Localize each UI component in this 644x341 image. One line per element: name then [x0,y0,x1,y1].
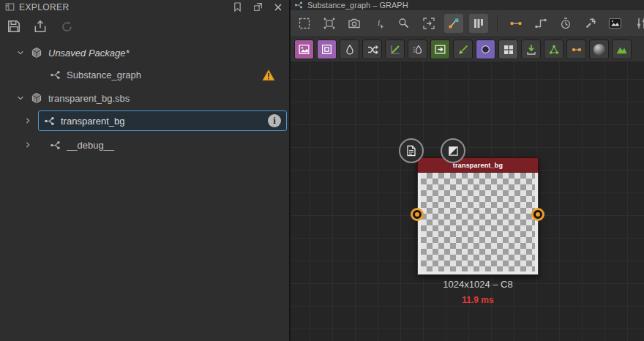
tree-item-label: __debug__ [67,140,114,151]
node-compute-time-label: 11.9 ms [417,295,539,305]
screenshot-icon[interactable] [345,14,364,33]
explorer-title: EXPLORER [19,2,222,12]
gradient-map-node-icon[interactable] [521,40,541,59]
info-badge[interactable]: i [268,114,281,127]
tree-item-transparent-bg[interactable]: transparent_bg i [0,110,289,132]
display-filter-icon[interactable] [469,14,488,33]
sphere-gradient [594,44,605,56]
vector-pen-node-icon[interactable] [453,40,473,59]
warning-icon [262,69,275,81]
graph-toolbar: i [291,10,644,37]
tools-icon[interactable] [581,14,600,33]
tree-item-label: Unsaved Package* [48,48,130,59]
graph-icon [44,116,55,127]
close-icon[interactable] [273,2,283,12]
import-package-button[interactable] [32,18,48,34]
package-icon [31,92,42,104]
package-icon [31,47,42,59]
tree-item-transparent-bg-sbs[interactable]: transparent_bg.sbs [0,88,289,108]
node-display-toggle-button[interactable] [441,138,465,163]
node-size-label: 1024x1024 – C8 [417,279,539,290]
graph-header: Substance_graph – GRAPH [291,0,644,10]
chevron-right-icon[interactable] [23,141,32,149]
shape-node-icon[interactable] [476,40,495,59]
tree-item-label: transparent_bg [61,116,124,127]
explorer-panel: EXPLORER Unsaved Package* [0,0,289,341]
chevron-down-icon[interactable] [16,94,25,102]
directional-blur-node-icon[interactable] [408,40,427,59]
bitmap-node-icon[interactable] [294,40,314,59]
transform-icon[interactable] [320,14,339,33]
selected-tree-item[interactable]: transparent_bg i [38,110,287,131]
graph-title: Substance_graph – GRAPH [307,1,408,10]
preview-output-icon[interactable] [606,14,625,33]
zoom-icon[interactable] [394,14,413,33]
timing-icon[interactable] [556,14,575,33]
graph-tab-icon [294,1,303,10]
marquee-select-icon[interactable] [295,14,314,33]
node-thumbnail-frame [417,173,539,275]
node-output-connector[interactable] [531,208,544,221]
panel-layout-icon [4,2,15,12]
chevron-down-icon[interactable] [16,49,25,56]
tree-item-unsaved-package[interactable]: Unsaved Package* [0,42,289,63]
reload-button[interactable] [59,18,75,34]
sphere-node-icon[interactable] [589,40,609,59]
blur-node-icon[interactable] [340,40,359,59]
svg-node-icon[interactable] [317,40,337,59]
transform-2d-node-icon[interactable] [430,40,450,59]
tree-item-label: Substance_graph [67,70,141,80]
graph-icon [50,70,61,80]
switch-node-icon[interactable] [362,40,382,59]
explorer-toolbar [6,16,75,37]
elbow-links-icon[interactable] [531,14,550,33]
curve-node-icon[interactable] [385,40,405,59]
transparency-checker-thumbnail [421,173,535,271]
slider-partial-icon[interactable] [632,14,644,33]
tree-item-debug[interactable]: __debug__ [0,135,289,155]
tree-item-label: transparent_bg.sbs [48,93,130,104]
graph-canvas[interactable]: transparent_bg 1024x1024 – C8 11.9 ms [291,61,644,341]
node-input-connector[interactable] [411,208,424,221]
fit-view-icon[interactable] [419,14,438,33]
toolbar-separator [497,15,498,31]
dual-output-node-icon[interactable] [566,40,586,59]
svg-text:i: i [378,18,380,28]
fx-map-node-icon[interactable] [544,40,564,59]
node-library-toolbar [291,37,644,61]
graph-node-transparent-bg[interactable]: transparent_bg [417,157,539,275]
node-header[interactable]: transparent_bg [417,157,539,173]
pick-info-icon[interactable]: i [370,14,389,33]
height-node-icon[interactable] [612,40,632,59]
save-button[interactable] [6,18,22,34]
explorer-header: EXPLORER [0,0,289,13]
chevron-right-icon[interactable] [23,117,32,124]
straight-links-icon[interactable] [506,14,525,33]
graph-panel: Substance_graph – GRAPH i [291,0,644,341]
float-panel-icon[interactable] [252,2,263,12]
tree-item-substance-graph[interactable]: Substance_graph [0,64,289,85]
bookmark-icon[interactable] [232,2,242,12]
link-mode-icon[interactable] [444,14,463,33]
node-properties-button[interactable] [399,138,424,163]
graph-icon [50,140,61,151]
tile-node-icon[interactable] [498,40,518,59]
